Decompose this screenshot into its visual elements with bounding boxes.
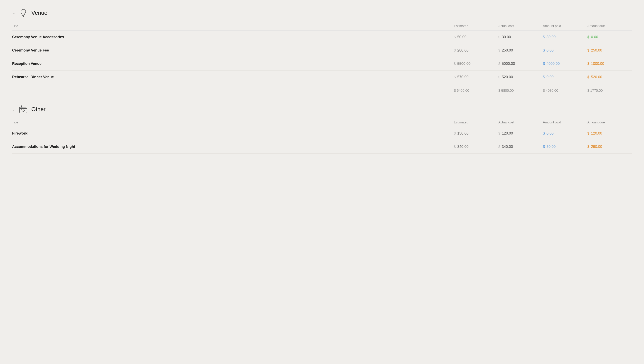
currency-icon: $	[587, 35, 589, 39]
other-col-estimated: Estimated	[454, 120, 498, 124]
currency-icon: $	[587, 145, 589, 149]
svg-rect-15	[26, 107, 26, 108]
table-row: Accommodations for Wedding Night $ 340.0…	[12, 140, 632, 154]
actual-cost-cell: $ 340.00	[498, 145, 543, 149]
currency-icon: $	[454, 49, 456, 52]
currency-icon: $	[498, 35, 500, 39]
venue-section-title: Venue	[31, 10, 47, 16]
estimated-cell: $ 5500.00	[454, 62, 498, 66]
venue-section: ⌄ Venue Title Estimated Actual cost Amou…	[12, 8, 632, 94]
venue-col-due: Amount due	[587, 24, 632, 28]
svg-point-0	[21, 9, 26, 14]
estimated-cell: $ 280.00	[454, 48, 498, 52]
currency-icon: $	[587, 75, 589, 79]
venue-col-actual: Actual cost	[498, 24, 543, 28]
amount-paid-cell: $ 4000.00	[543, 62, 587, 66]
row-title: Firework!	[12, 131, 454, 136]
actual-cost-cell: $ 520.00	[498, 75, 543, 79]
other-section: ⌄ Other Title Estimated	[12, 104, 632, 154]
venue-col-title: Title	[12, 24, 454, 28]
venue-budget-table: Title Estimated Actual cost Amount paid …	[12, 22, 632, 94]
other-section-icon	[19, 104, 28, 114]
total-actual: $ 5800.00	[498, 89, 543, 93]
venue-col-paid: Amount paid	[543, 24, 587, 28]
actual-cost-cell: $ 250.00	[498, 48, 543, 52]
venue-section-header: ⌄ Venue	[12, 8, 632, 18]
other-col-due: Amount due	[587, 120, 632, 124]
currency-icon: $	[454, 62, 456, 66]
estimated-cell: $ 50.00	[454, 35, 498, 39]
venue-totals-row: $ 6400.00 $ 5800.00 $ 4030.00 $ 1770.00	[12, 84, 632, 94]
currency-icon: $	[543, 35, 545, 39]
amount-due-cell: $ 1000.00	[587, 62, 632, 66]
total-paid: $ 4030.00	[543, 89, 587, 93]
amount-due-cell: $ 520.00	[587, 75, 632, 79]
currency-icon: $	[587, 62, 589, 66]
currency-icon: $	[498, 75, 500, 79]
currency-icon: $	[454, 145, 456, 149]
venue-section-icon	[19, 8, 28, 18]
svg-rect-13	[24, 107, 24, 108]
actual-cost-cell: $ 5000.00	[498, 62, 543, 66]
currency-icon: $	[543, 131, 545, 136]
amount-due-cell: $ 250.00	[587, 48, 632, 52]
currency-icon: $	[454, 132, 456, 135]
row-title: Ceremony Venue Accessories	[12, 35, 454, 39]
table-row: Rehearsal Dinner Venue $ 570.00 $ 520.00…	[12, 70, 632, 84]
actual-cost-cell: $ 120.00	[498, 131, 543, 136]
currency-icon: $	[454, 35, 456, 39]
amount-paid-cell: $ 0.00	[543, 131, 587, 136]
other-section-title: Other	[31, 106, 46, 112]
table-row: Firework! $ 150.00 $ 120.00 $ 0.00 $ 120…	[12, 127, 632, 140]
svg-rect-6	[20, 107, 27, 113]
other-section-header: ⌄ Other	[12, 104, 632, 114]
total-due: $ 1770.00	[587, 89, 632, 93]
total-estimated: $ 6400.00	[454, 89, 498, 93]
table-row: Ceremony Venue Fee $ 280.00 $ 250.00 $ 0…	[12, 44, 632, 57]
amount-paid-cell: $ 30.00	[543, 35, 587, 39]
amount-due-cell: $ 0.00	[587, 35, 632, 39]
amount-paid-cell: $ 50.00	[543, 145, 587, 149]
row-title: Reception Venue	[12, 62, 454, 66]
estimated-cell: $ 150.00	[454, 131, 498, 136]
table-row: Ceremony Venue Accessories $ 50.00 $ 30.…	[12, 30, 632, 44]
other-budget-table: Title Estimated Actual cost Amount paid …	[12, 119, 632, 154]
currency-icon: $	[543, 48, 545, 52]
currency-icon: $	[498, 62, 500, 66]
currency-icon: $	[498, 145, 500, 149]
svg-rect-14	[25, 107, 25, 108]
currency-icon: $	[587, 131, 589, 136]
currency-icon: $	[543, 145, 545, 149]
estimated-cell: $ 340.00	[454, 145, 498, 149]
currency-icon: $	[498, 49, 500, 52]
currency-icon: $	[543, 75, 545, 79]
other-chevron-icon[interactable]: ⌄	[12, 107, 15, 112]
other-table-header: Title Estimated Actual cost Amount paid …	[12, 119, 632, 127]
row-title: Rehearsal Dinner Venue	[12, 75, 454, 79]
venue-chevron-icon[interactable]: ⌄	[12, 11, 15, 15]
estimated-cell: $ 570.00	[454, 75, 498, 79]
amount-paid-cell: $ 0.00	[543, 48, 587, 52]
currency-icon: $	[543, 62, 545, 66]
other-col-title: Title	[12, 120, 454, 124]
svg-rect-12	[23, 107, 23, 108]
amount-due-cell: $ 120.00	[587, 131, 632, 136]
currency-icon: $	[498, 132, 500, 135]
currency-icon: $	[587, 48, 589, 52]
actual-cost-cell: $ 30.00	[498, 35, 543, 39]
amount-paid-cell: $ 0.00	[543, 75, 587, 79]
other-col-actual: Actual cost	[498, 120, 543, 124]
venue-table-header: Title Estimated Actual cost Amount paid …	[12, 22, 632, 30]
amount-due-cell: $ 290.00	[587, 145, 632, 149]
svg-rect-10	[21, 107, 21, 108]
currency-icon: $	[454, 75, 456, 79]
venue-col-estimated: Estimated	[454, 24, 498, 28]
table-row: Reception Venue $ 5500.00 $ 5000.00 $ 40…	[12, 57, 632, 70]
row-title: Accommodations for Wedding Night	[12, 145, 454, 149]
other-col-paid: Amount paid	[543, 120, 587, 124]
row-title: Ceremony Venue Fee	[12, 48, 454, 52]
svg-rect-11	[22, 107, 22, 108]
